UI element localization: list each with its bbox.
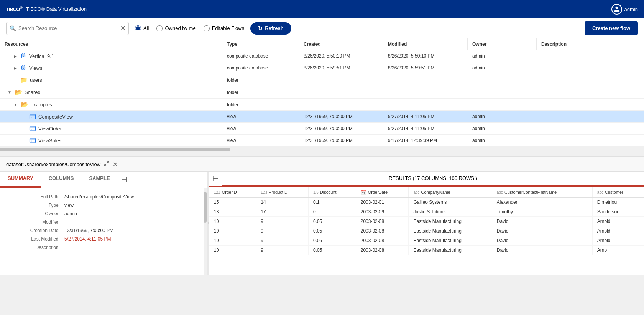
col-header-owner: Owner bbox=[468, 38, 537, 50]
panel-toggle-right-button[interactable]: ⊢ bbox=[209, 172, 222, 186]
filter-all[interactable]: All bbox=[135, 25, 149, 31]
close-detail-button[interactable]: ✕ bbox=[113, 160, 118, 168]
expand-detail-button[interactable] bbox=[104, 160, 110, 168]
resource-name-label: users bbox=[30, 77, 42, 83]
cell-firstname: David bbox=[492, 236, 592, 246]
cell-companyname: Justin Solutions bbox=[409, 207, 492, 217]
resource-name-cell: ▶ ViewOrder bbox=[0, 123, 222, 134]
resource-name-cell: ▶ ViewSales bbox=[0, 135, 222, 146]
cell-orderdate: 2003-02-08 bbox=[356, 217, 409, 226]
svg-rect-10 bbox=[30, 138, 36, 143]
search-input[interactable] bbox=[18, 25, 120, 31]
resource-type-cell: composite database bbox=[222, 63, 299, 73]
detail-panel: dataset: /shared/examples/CompositeView … bbox=[0, 156, 644, 275]
resource-created-cell: 12/31/1969, 7:00:00 PM bbox=[299, 124, 383, 134]
table-row[interactable]: ▶ ViewSales view 12/31/1969, 7:00:00 PM … bbox=[0, 135, 644, 147]
header: TIBCO® TIBCO® Data Virtualization admin bbox=[0, 0, 644, 18]
last-modified-label: Last Modified: bbox=[6, 236, 60, 242]
create-flow-button[interactable]: Create new flow bbox=[585, 21, 638, 35]
resource-desc-cell bbox=[537, 90, 644, 95]
resource-desc-cell bbox=[537, 78, 644, 82]
table-row[interactable]: ▶ CompositeView view 12/31/1969, 7:00:00… bbox=[0, 111, 644, 123]
table-row[interactable]: ▶ ViewOrder view 12/31/1969, 7:00:00 PM … bbox=[0, 123, 644, 135]
avatar bbox=[611, 4, 622, 15]
search-container: 🔍 ✕ bbox=[6, 22, 129, 35]
modifier-label: Modifier: bbox=[6, 219, 60, 225]
cell-productid: 14 bbox=[256, 198, 309, 207]
resource-name-cell: ▼ 📂 examples bbox=[0, 99, 222, 110]
filter-owned-radio[interactable] bbox=[156, 25, 163, 31]
folder-icon: 📁 bbox=[20, 76, 28, 84]
data-row: 18 17 0 2003-02-09 Justin Solutions Timo… bbox=[209, 207, 644, 217]
table-row[interactable]: ▶ Views composite database 8/26/2020, 5:… bbox=[0, 62, 644, 74]
owner-value: admin bbox=[64, 211, 200, 216]
cell-customer: Arno bbox=[592, 246, 644, 255]
expand-chevron[interactable]: ▼ bbox=[8, 90, 12, 94]
tab-summary[interactable]: SUMMARY bbox=[0, 172, 41, 188]
cell-firstname: David bbox=[492, 246, 592, 255]
data-table: 123OrderID 123ProductID 1.5Discount 📅Ord… bbox=[209, 187, 644, 255]
resource-type-cell: view bbox=[222, 135, 299, 145]
cell-orderdate: 2003-02-08 bbox=[356, 246, 409, 255]
tab-columns[interactable]: COLUMNS bbox=[41, 172, 82, 188]
panel-toggle-button[interactable]: ⊣ bbox=[118, 172, 131, 188]
resource-modified-cell bbox=[383, 102, 468, 107]
scrollbar-thumb[interactable] bbox=[0, 148, 230, 151]
resource-desc-cell bbox=[537, 138, 644, 143]
expand-chevron[interactable]: ▶ bbox=[14, 66, 17, 70]
table-row[interactable]: ▶ Vertica_9.1 composite database 8/26/20… bbox=[0, 50, 644, 62]
resource-name-cell: ▶ 📁 users bbox=[0, 74, 222, 86]
svg-point-9 bbox=[31, 129, 32, 130]
user-info: admin bbox=[611, 4, 638, 15]
table-row[interactable]: ▼ 📂 Shared folder bbox=[0, 86, 644, 99]
tab-sample-label: SAMPLE bbox=[89, 175, 110, 181]
horizontal-scrollbar[interactable] bbox=[0, 147, 644, 152]
resource-modified-cell bbox=[383, 78, 468, 82]
owner-label: Owner: bbox=[6, 211, 60, 216]
filter-editable[interactable]: Editable Flows bbox=[204, 25, 245, 31]
resource-type-cell: view bbox=[222, 112, 299, 122]
filter-editable-radio[interactable] bbox=[204, 25, 210, 31]
col-header-productid: 123ProductID bbox=[256, 187, 309, 198]
filter-all-radio[interactable] bbox=[135, 25, 141, 31]
svg-rect-6 bbox=[30, 114, 36, 119]
cell-firstname: David bbox=[492, 226, 592, 236]
results-table[interactable]: 123OrderID 123ProductID 1.5Discount 📅Ord… bbox=[209, 187, 644, 275]
resource-type-cell: folder bbox=[222, 75, 299, 85]
cell-productid: 17 bbox=[256, 207, 309, 217]
data-row: 10 9 0.05 2003-02-08 Eastside Manufactur… bbox=[209, 246, 644, 255]
cell-customer: Dimetriou bbox=[592, 198, 644, 207]
clear-search-icon[interactable]: ✕ bbox=[120, 25, 125, 32]
cell-firstname: Timothy bbox=[492, 207, 592, 217]
cell-productid: 9 bbox=[256, 236, 309, 246]
expand-chevron[interactable]: ▶ bbox=[14, 54, 17, 58]
full-path-label: Full Path: bbox=[6, 194, 60, 200]
resource-name-label: CompositeView bbox=[38, 114, 73, 120]
filter-owned[interactable]: Owned by me bbox=[156, 25, 196, 31]
search-icon: 🔍 bbox=[10, 25, 16, 31]
resource-name-cell: ▶ CompositeView bbox=[0, 111, 222, 122]
summary-row-owner: Owner: admin bbox=[0, 209, 207, 218]
col-header-resources: Resources bbox=[0, 38, 222, 50]
resource-modified-cell: 5/27/2014, 4:11:05 PM bbox=[383, 124, 468, 134]
resource-name-cell: ▼ 📂 Shared bbox=[0, 86, 222, 98]
resource-type-cell: folder bbox=[222, 100, 299, 110]
expand-chevron[interactable]: ▼ bbox=[14, 102, 18, 107]
view-icon bbox=[29, 137, 36, 144]
resource-owner-cell bbox=[468, 102, 537, 107]
table-row[interactable]: ▼ 📂 examples folder bbox=[0, 99, 644, 111]
table-header: Resources Type Created Modified Owner De… bbox=[0, 38, 644, 50]
tab-sample[interactable]: SAMPLE bbox=[81, 172, 117, 188]
filter-owned-label: Owned by me bbox=[165, 25, 196, 31]
col-header-customer: abcCustomer bbox=[592, 187, 644, 198]
cell-orderdate: 2003-02-01 bbox=[356, 198, 409, 207]
table-row[interactable]: ▶ 📁 users folder bbox=[0, 74, 644, 86]
col-header-companyname: abcCompanyName bbox=[409, 187, 492, 198]
results-header: RESULTS (17 COLUMNS, 100 ROWS ) bbox=[222, 172, 644, 186]
detail-tab-bar: SUMMARY COLUMNS SAMPLE ⊣ bbox=[0, 172, 207, 188]
app-name: TIBCO® Data Virtualization bbox=[26, 6, 87, 12]
cell-companyname: Galileo Systems bbox=[409, 198, 492, 207]
filter-editable-label: Editable Flows bbox=[212, 25, 245, 31]
refresh-button[interactable]: ↻ Refresh bbox=[250, 22, 291, 35]
filter-all-label: All bbox=[143, 25, 149, 31]
